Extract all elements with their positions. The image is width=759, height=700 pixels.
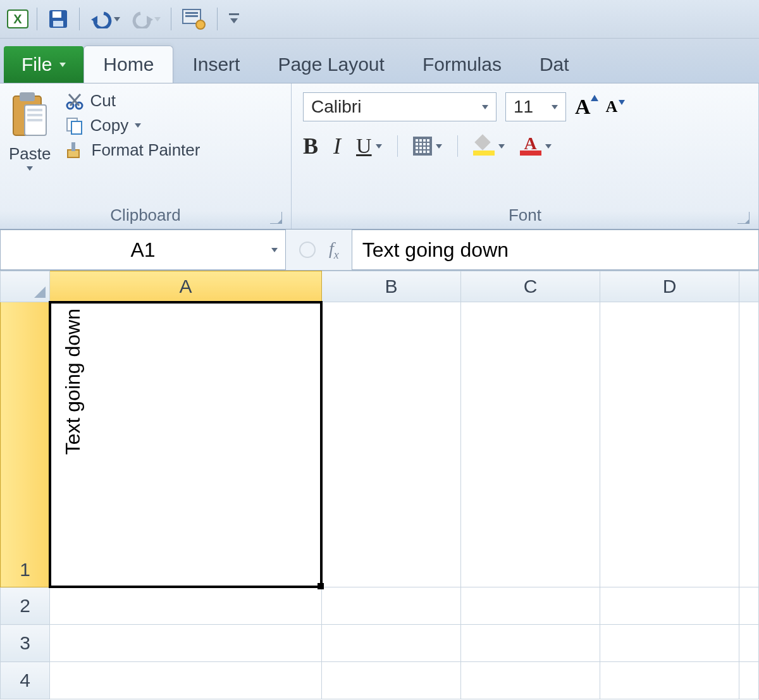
selection-outline [49, 301, 323, 588]
separator [457, 135, 458, 157]
ribbon: Paste Cut [0, 83, 759, 230]
font-name-combo[interactable]: Calibri [303, 92, 497, 121]
copy-button[interactable]: Copy [65, 116, 201, 135]
tab-home[interactable]: Home [83, 46, 173, 83]
tab-file-label: File [22, 54, 52, 75]
row-header-3[interactable]: 3 [1, 625, 50, 662]
cell-c1[interactable] [461, 302, 600, 587]
col-header-e[interactable] [739, 271, 759, 302]
cell-b3[interactable] [322, 625, 461, 662]
cell-e1[interactable] [739, 302, 759, 587]
cell-e2[interactable] [739, 587, 759, 625]
cancel-icon[interactable] [299, 241, 316, 259]
shrink-font-button[interactable]: A [606, 97, 624, 116]
qat-separator [171, 8, 171, 30]
formula-bar[interactable]: Text going down [352, 230, 759, 270]
svg-rect-4 [53, 21, 63, 27]
cell-a2[interactable] [50, 587, 322, 625]
formula-bar-buttons: fx [286, 230, 352, 270]
worksheet-grid: A B C D 1 Text going down 2 [0, 271, 759, 699]
svg-rect-17 [27, 114, 42, 116]
cell-d3[interactable] [600, 625, 739, 662]
col-header-b[interactable]: B [322, 271, 461, 302]
cell-b1[interactable] [322, 302, 461, 587]
svg-rect-18 [27, 119, 42, 121]
fx-icon[interactable]: fx [329, 238, 339, 262]
svg-point-27 [300, 242, 315, 257]
cell-a1[interactable]: Text going down [50, 302, 322, 587]
svg-rect-3 [52, 11, 61, 18]
cell-d4[interactable] [600, 662, 739, 699]
row-header-4[interactable]: 4 [1, 662, 50, 699]
group-font: Calibri 11 A A B I U [292, 83, 759, 229]
formula-bar-row: A1 fx Text going down [0, 230, 759, 271]
cut-button[interactable]: Cut [65, 91, 201, 111]
svg-rect-26 [71, 142, 75, 151]
scissors-icon [65, 92, 84, 111]
row-header-2[interactable]: 2 [1, 587, 50, 625]
underline-button[interactable]: U [356, 134, 382, 158]
svg-rect-11 [229, 13, 239, 15]
redo-button[interactable] [126, 9, 164, 28]
tab-file[interactable]: File [4, 46, 83, 83]
copy-icon [65, 116, 84, 135]
save-button[interactable] [44, 8, 73, 30]
border-icon [413, 137, 432, 156]
cell-e4[interactable] [739, 662, 759, 699]
cut-label: Cut [90, 91, 116, 111]
cell-b2[interactable] [322, 587, 461, 625]
cell-e3[interactable] [739, 625, 759, 662]
paste-button[interactable]: Paste [6, 87, 58, 171]
undo-button[interactable] [86, 9, 124, 28]
font-dialog-launcher-icon[interactable] [737, 212, 750, 224]
svg-rect-24 [71, 121, 82, 134]
tab-data[interactable]: Dat [521, 46, 588, 83]
cell-c4[interactable] [461, 662, 600, 699]
group-font-label: Font [298, 203, 752, 229]
col-header-a[interactable]: A [50, 271, 322, 302]
italic-button[interactable]: I [333, 133, 341, 159]
fill-bucket-icon [473, 137, 495, 156]
formula-bar-value: Text going down [362, 238, 509, 262]
cell-d2[interactable] [600, 587, 739, 625]
col-header-c[interactable]: C [461, 271, 600, 302]
cell-d1[interactable] [600, 302, 739, 587]
excel-app-icon: X [5, 6, 30, 32]
svg-text:X: X [13, 12, 22, 26]
border-button[interactable] [413, 137, 442, 156]
grow-font-button[interactable]: A [575, 95, 597, 119]
svg-rect-16 [27, 109, 42, 111]
select-all-corner[interactable] [1, 271, 50, 302]
separator [397, 135, 398, 157]
qat-separator [37, 8, 37, 30]
print-preview-button[interactable] [178, 8, 211, 30]
qat-separator [217, 8, 218, 30]
customize-qat-button[interactable] [224, 12, 244, 26]
font-color-icon: A [520, 137, 541, 156]
tab-insert[interactable]: Insert [173, 46, 259, 83]
font-color-button[interactable]: A [520, 137, 552, 156]
cell-c3[interactable] [461, 625, 600, 662]
svg-marker-12 [230, 18, 238, 23]
cell-c2[interactable] [461, 587, 600, 625]
cell-a4[interactable] [50, 662, 322, 699]
clipboard-dialog-launcher-icon[interactable] [270, 212, 282, 224]
copy-label: Copy [90, 116, 129, 135]
svg-rect-8 [185, 12, 198, 14]
tab-page-layout[interactable]: Page Layout [259, 46, 403, 83]
format-painter-button[interactable]: Format Painter [65, 140, 201, 160]
name-box[interactable]: A1 [0, 230, 286, 270]
title-bar: X [0, 0, 759, 39]
paste-label: Paste [9, 144, 51, 164]
fill-color-button[interactable] [473, 137, 505, 156]
font-size-combo[interactable]: 11 [505, 92, 566, 121]
qat-separator [79, 8, 80, 30]
cell-a1-value: Text going down [61, 309, 85, 455]
cell-b4[interactable] [322, 662, 461, 699]
bold-button[interactable]: B [303, 133, 318, 159]
svg-point-10 [196, 20, 205, 29]
cell-a3[interactable] [50, 625, 322, 662]
row-header-1[interactable]: 1 [1, 302, 50, 587]
tab-formulas[interactable]: Formulas [404, 46, 521, 83]
col-header-d[interactable]: D [600, 271, 739, 302]
